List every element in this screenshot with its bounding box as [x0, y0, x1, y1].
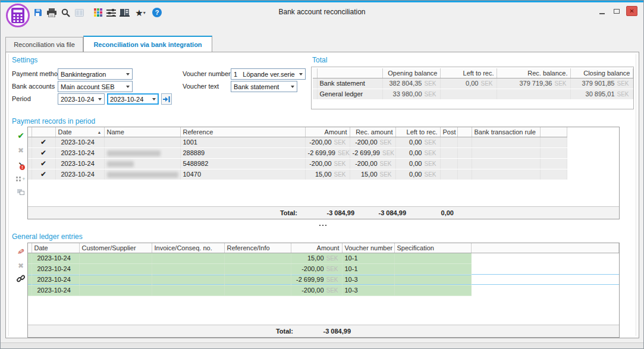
- header-left-to-rec[interactable]: Left to rec.: [395, 127, 440, 137]
- maximize-button[interactable]: [611, 6, 622, 16]
- favorites-star-icon[interactable]: ★▾: [133, 7, 148, 18]
- rule-cell: [472, 158, 540, 169]
- header-post[interactable]: Post: [440, 127, 457, 137]
- opening-balance-value: 33 980,00SEK: [382, 89, 440, 99]
- left-to-rec-value: 0,00SEK: [440, 78, 497, 89]
- post-cell: [440, 137, 457, 147]
- total-row-bank-statement: Bank statement 382 804,35SEK 0,00SEK 379…: [313, 78, 633, 89]
- payment-row[interactable]: ✔ 2023-10-24 1001 -200,00SEK -200,00SEK …: [28, 137, 567, 147]
- customer-cell: [79, 285, 152, 295]
- period-to-value: 2023-10-24: [110, 96, 150, 103]
- header-amount[interactable]: Amount: [291, 243, 342, 253]
- period-from-select[interactable]: 2023-10-24: [58, 93, 105, 105]
- tab-reconciliation-via-file[interactable]: Reconciliation via file: [5, 37, 83, 52]
- header-customer-supplier[interactable]: Customer/Supplier: [79, 243, 152, 253]
- date-cell: 2023-10-24: [55, 147, 104, 158]
- color-grid-icon[interactable]: [93, 7, 103, 18]
- detail-view-icon-disabled: [74, 7, 84, 18]
- left-to-rec-cell: 0,00SEK: [395, 158, 440, 169]
- specification-cell: [394, 274, 471, 285]
- rec-amount-cell: -200,00SEK: [350, 137, 395, 147]
- payment-row[interactable]: ✔ 2023-10-24 288889 -2 699,99SEK -2 699,…: [28, 147, 567, 158]
- status-bar: [1, 342, 643, 348]
- ledger-row-selected[interactable]: 2023-10-24 -2 699,99SEK 10-3: [28, 274, 619, 285]
- header-amount[interactable]: Amount: [305, 127, 350, 137]
- header-status[interactable]: [32, 127, 55, 137]
- section-splitter[interactable]: [319, 225, 326, 226]
- customer-cell: [79, 274, 152, 285]
- header-reference-info[interactable]: Reference/Info: [224, 243, 291, 253]
- calculator-icon: [11, 8, 24, 23]
- total-row-general-ledger: General ledger 33 980,00SEK 30 895,01SEK: [313, 89, 633, 99]
- header-date[interactable]: Date: [32, 243, 79, 253]
- print-icon[interactable]: [46, 7, 57, 18]
- header-opening-balance: Opening balance: [382, 68, 440, 78]
- approved-icon: ✔: [32, 158, 55, 169]
- approve-tool-icon[interactable]: ✔: [14, 130, 27, 142]
- help-icon[interactable]: ?: [152, 7, 162, 18]
- total-left-to-rec: 0,00: [388, 209, 454, 216]
- ledger-row[interactable]: 2023-10-24 15,00SEK 10-1: [28, 253, 619, 263]
- general-ledger-table: Date Customer/Supplier Invoice/Conseq. n…: [27, 243, 620, 338]
- ledger-row[interactable]: 2023-10-24 -200,00SEK 10-3: [28, 285, 619, 295]
- ledger-row[interactable]: 2023-10-24 -200,00SEK 10-1: [28, 263, 619, 274]
- save-icon[interactable]: [33, 7, 43, 18]
- header-specification[interactable]: Specification: [394, 243, 471, 253]
- voucher-cell: 10-1: [342, 253, 394, 263]
- total-amount: -3 084,99: [285, 328, 351, 335]
- header-left-to-rec: Left to rec.: [440, 68, 497, 78]
- tab-reconciliation-via-bank-integration[interactable]: Reconciliation via bank integration: [83, 36, 212, 52]
- add-rows-tool-icon[interactable]: +: [14, 173, 27, 185]
- bank-accounts-select[interactable]: Main account SEB: [58, 81, 133, 92]
- question-mark-glyph: ?: [152, 8, 162, 17]
- apply-period-button[interactable]: [161, 93, 172, 105]
- settings-sliders-icon[interactable]: [106, 7, 117, 18]
- total-label: Total:: [228, 328, 293, 335]
- edit-tool-icon[interactable]: ✎: [14, 246, 27, 257]
- link-tool-icon[interactable]: [14, 273, 27, 285]
- payment-method-select[interactable]: Bankintegration: [58, 68, 133, 80]
- payment-row[interactable]: ✔ 2023-10-24 10470 15,00SEK 15,00SEK 0,0…: [28, 169, 567, 180]
- period-label: Period: [12, 95, 31, 102]
- header-date[interactable]: Date▲: [55, 127, 104, 137]
- period-to-select[interactable]: 2023-10-24: [107, 93, 159, 105]
- header-bank-transaction-rule[interactable]: Bank transaction rule: [472, 127, 540, 137]
- name-cell: [104, 158, 180, 169]
- header-rec-amount[interactable]: Rec. amount: [350, 127, 395, 137]
- chevron-down-icon: [288, 86, 297, 88]
- header-voucher-number[interactable]: Voucher number: [342, 243, 394, 253]
- header-invoice-conseq-no[interactable]: Invoice/Conseq. no.: [152, 243, 224, 253]
- amount-cell: -200,00SEK: [291, 263, 342, 274]
- date-cell: 2023-10-24: [32, 253, 79, 263]
- total-table: Opening balance Left to rec. Rec. balanc…: [311, 67, 634, 109]
- settings-section-title: Settings: [12, 56, 37, 64]
- header-name[interactable]: Name: [104, 127, 180, 137]
- app-logo-icon[interactable]: [6, 4, 30, 27]
- header-rec-balance: Rec. balance.: [497, 68, 570, 78]
- customer-cell: [79, 263, 152, 274]
- left-to-rec-value: [440, 89, 497, 99]
- header-reference[interactable]: Reference: [180, 127, 305, 137]
- tab-label: Reconciliation via bank integration: [93, 41, 202, 48]
- payment-row[interactable]: ✔ 2023-10-24 5488982 -200,00SEK -200,00S…: [28, 158, 567, 169]
- voucher-series-select[interactable]: 1 Löpande ver.serie: [231, 68, 306, 80]
- amount-cell: -2 699,99SEK: [291, 274, 342, 285]
- invoice-cell: [152, 285, 224, 295]
- general-ledger-section-title: General ledger entries: [12, 232, 83, 241]
- post-cell: [440, 158, 457, 169]
- delete-tool-icon[interactable]: ✖: [14, 260, 27, 272]
- book-icon[interactable]: [119, 7, 130, 18]
- unmatch-warning-tool-icon[interactable]: ↘!: [14, 159, 27, 171]
- reject-tool-icon[interactable]: ✖: [14, 144, 27, 156]
- rec-balance-value: [497, 89, 570, 99]
- copy-tool-icon[interactable]: [14, 186, 27, 198]
- search-icon[interactable]: [60, 7, 71, 18]
- rec-amount-cell: -200,00SEK: [350, 158, 395, 169]
- header-cell-blank: [471, 243, 619, 253]
- date-cell: 2023-10-24: [55, 169, 104, 180]
- minimize-button[interactable]: [596, 6, 608, 16]
- header-cell-blank: [540, 127, 567, 137]
- close-button[interactable]: ✕: [626, 6, 637, 16]
- reference-cell: [224, 274, 291, 285]
- voucher-text-select[interactable]: Bank statement: [231, 81, 297, 92]
